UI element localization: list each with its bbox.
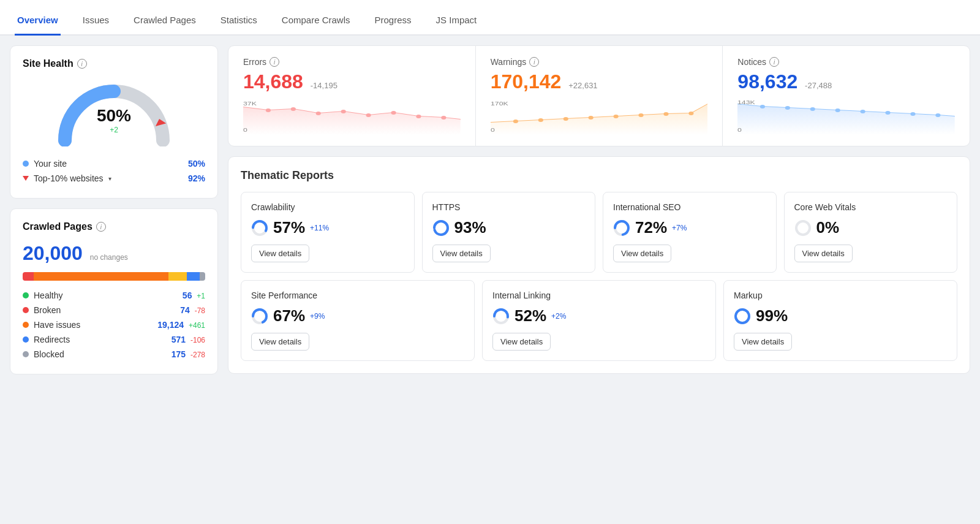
site-health-title: Site Health i <box>23 58 205 69</box>
site-performance-donut <box>251 308 268 325</box>
gauge-percentage: 50% <box>97 106 131 126</box>
svg-point-27 <box>911 112 916 116</box>
warnings-card: Warnings i 170,142 +22,631 <box>476 46 723 146</box>
legend-your-site: Your site 50% <box>23 156 205 171</box>
warnings-value: 170,142 <box>491 70 562 93</box>
crawled-pages-card: Crawled Pages i 20,000 no changes Health… <box>10 208 218 374</box>
legend-redirects: Redirects 571 -106 <box>23 332 205 347</box>
svg-point-16 <box>638 113 643 117</box>
svg-point-3 <box>316 112 321 115</box>
crawlability-view-details[interactable]: View details <box>251 245 309 262</box>
svg-point-22 <box>785 106 790 110</box>
svg-point-13 <box>563 117 568 121</box>
report-site-performance: Site Performance 67% +9% View details <box>241 280 475 361</box>
broken-segment <box>23 272 34 281</box>
broken-dot <box>23 307 29 313</box>
redirects-dot <box>23 336 29 343</box>
core-web-vitals-donut <box>794 219 812 237</box>
crawlability-donut <box>251 219 268 237</box>
svg-point-24 <box>835 108 840 112</box>
nav-issues[interactable]: Issues <box>80 15 111 36</box>
internal-linking-view-details[interactable]: View details <box>492 333 551 351</box>
blocked-segment <box>200 272 205 281</box>
thematic-reports-section: Thematic Reports Crawlability 57% +11% V… <box>228 156 970 374</box>
report-internal-linking: Internal Linking 52% +2% View details <box>482 280 716 361</box>
legend-have-issues: Have issues 19,124 +461 <box>23 317 205 332</box>
svg-point-43 <box>736 309 749 323</box>
warnings-chart: 170K 0 <box>491 98 708 135</box>
svg-text:0: 0 <box>243 127 247 133</box>
notices-value-row: 98,632 -27,488 <box>737 70 955 93</box>
warnings-info-icon[interactable]: i <box>529 57 539 67</box>
nav-crawled-pages[interactable]: Crawled Pages <box>131 15 198 36</box>
notices-card: Notices i 98,632 -27,488 <box>723 46 970 146</box>
report-core-web-vitals: Core Web Vitals 0% View details <box>784 192 958 273</box>
svg-point-26 <box>886 111 891 115</box>
svg-point-21 <box>760 105 765 108</box>
svg-point-34 <box>434 221 448 235</box>
gauge-center: 50% +2 <box>97 106 131 134</box>
svg-point-18 <box>688 112 693 115</box>
crawled-pages-info-icon[interactable]: i <box>96 222 106 232</box>
legend-healthy: Healthy 56 +1 <box>23 288 205 303</box>
svg-point-17 <box>663 112 668 116</box>
gauge-container: 50% +2 <box>23 79 205 146</box>
international-seo-view-details[interactable]: View details <box>613 245 671 262</box>
svg-text:143K: 143K <box>737 99 756 105</box>
nav-js-impact[interactable]: JS Impact <box>434 15 480 36</box>
notices-label: Notices i <box>737 57 955 67</box>
svg-point-2 <box>291 107 296 111</box>
report-crawlability: Crawlability 57% +11% View details <box>241 192 415 273</box>
left-column: Site Health i 50% +2 <box>10 45 218 374</box>
issues-segment <box>34 272 169 281</box>
crawled-count-row: 20,000 no changes <box>23 242 205 265</box>
errors-info-icon[interactable]: i <box>270 57 279 67</box>
https-donut <box>432 219 450 237</box>
metrics-row: Errors i 14,688 -14,195 <box>228 45 970 146</box>
thematic-bottom-grid: Site Performance 67% +9% View details In… <box>241 280 957 361</box>
https-view-details[interactable]: View details <box>432 245 491 262</box>
warnings-value-row: 170,142 +22,631 <box>491 70 708 93</box>
markup-donut <box>734 308 751 325</box>
core-web-vitals-view-details[interactable]: View details <box>794 245 853 262</box>
svg-text:170K: 170K <box>491 101 509 107</box>
svg-point-25 <box>861 110 865 113</box>
warnings-diff: +22,631 <box>568 81 597 90</box>
issues-dot <box>23 322 29 328</box>
legend-broken: Broken 74 -78 <box>23 303 205 317</box>
thematic-top-grid: Crawlability 57% +11% View details HTTPS <box>241 192 957 273</box>
blocked-dot <box>23 351 29 357</box>
redirect-segment <box>187 272 200 281</box>
international-seo-donut <box>613 219 630 237</box>
crawled-pages-title: Crawled Pages i <box>23 221 205 232</box>
top-sites-triangle <box>23 176 29 181</box>
nav-progress[interactable]: Progress <box>372 15 414 36</box>
errors-label: Errors i <box>243 57 461 67</box>
svg-point-4 <box>341 110 346 113</box>
site-performance-view-details[interactable]: View details <box>251 333 309 351</box>
errors-chart: 37K 0 <box>243 98 461 135</box>
internal-linking-donut <box>492 308 510 325</box>
gauge-change: +2 <box>97 126 131 134</box>
warnings-label: Warnings i <box>491 57 708 67</box>
svg-point-14 <box>588 116 593 120</box>
svg-point-6 <box>391 111 396 115</box>
legend-top-sites: Top-10% websites ▾ 92% <box>23 171 205 186</box>
svg-point-8 <box>441 116 446 120</box>
markup-view-details[interactable]: View details <box>734 333 792 351</box>
errors-value: 14,688 <box>243 70 303 93</box>
notices-diff: -27,488 <box>805 81 832 90</box>
notices-value: 98,632 <box>737 70 797 93</box>
svg-point-5 <box>366 113 371 117</box>
nav-overview[interactable]: Overview <box>15 15 61 36</box>
nav-compare-crawls[interactable]: Compare Crawls <box>279 15 353 36</box>
top-sites-chevron[interactable]: ▾ <box>108 175 111 182</box>
thematic-reports-title: Thematic Reports <box>241 169 957 182</box>
errors-diff: -14,195 <box>311 81 337 90</box>
svg-point-28 <box>936 113 941 117</box>
nav-statistics[interactable]: Statistics <box>218 15 260 36</box>
report-international-seo: International SEO 72% +7% View details <box>603 192 777 273</box>
notices-info-icon[interactable]: i <box>769 57 779 67</box>
svg-text:0: 0 <box>737 127 742 133</box>
site-health-info-icon[interactable]: i <box>77 59 87 69</box>
